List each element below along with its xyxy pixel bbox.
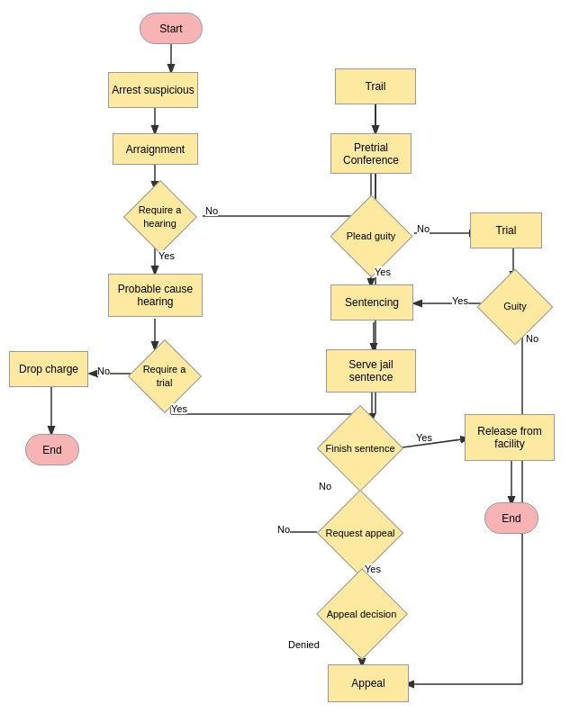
- finish-sentence-no-label: No: [319, 481, 331, 492]
- pretrial-node: Pretrial Conference: [330, 133, 412, 174]
- flowchart-canvas: Start Arrest suspicious Arraignment Requ…: [0, 0, 588, 713]
- plead-guilty-no-label: No: [417, 223, 430, 234]
- request-appeal-label: Request appeal: [324, 527, 396, 539]
- appeal-decision-diamond: Appeal decision: [310, 580, 413, 648]
- drop-charge-label: Drop charge: [19, 363, 78, 375]
- finish-sentence-yes-label: Yes: [416, 432, 432, 443]
- arraignment-node: Arraignment: [113, 133, 198, 165]
- trail-label: Trail: [366, 80, 386, 93]
- arrest-label: Arrest suspicious: [112, 84, 194, 96]
- require-trial-no-label: No: [97, 366, 110, 376]
- request-appeal-diamond: Request appeal: [311, 501, 410, 565]
- require-trial-label: Require a trial: [135, 363, 194, 389]
- require-hearing-label: Require a hearing: [129, 203, 192, 230]
- require-trial-diamond: Require a trial: [126, 347, 203, 405]
- plead-guilty-label: Plead guity: [338, 230, 405, 242]
- serve-jail-label: Serve jail sentence: [327, 358, 415, 384]
- end1-label: End: [42, 444, 61, 456]
- guilty-no-label: No: [526, 333, 538, 344]
- require-hearing-diamond: Require a hearing: [117, 187, 203, 246]
- sentencing-node: Sentencing: [330, 284, 413, 320]
- end2-node: End: [484, 502, 538, 534]
- pretrial-label: Pretrial Conference: [331, 141, 411, 167]
- guilty-yes-label: Yes: [452, 295, 468, 306]
- trial-label: Trial: [496, 224, 517, 237]
- end2-label: End: [502, 512, 520, 525]
- guilty-diamond: Guity: [475, 277, 555, 336]
- end1-node: End: [25, 434, 79, 465]
- appeal-decision-label: Appeal decision: [323, 608, 400, 620]
- plead-guilty-diamond: Plead guity: [327, 205, 415, 266]
- finish-sentence-label: Finish sentence: [324, 442, 396, 455]
- probable-cause-label: Probable cause hearing: [109, 283, 202, 308]
- arrest-node: Arrest suspicious: [108, 72, 198, 108]
- probable-cause-node: Probable cause hearing: [108, 274, 203, 317]
- require-hearing-no-label: No: [205, 205, 218, 216]
- request-appeal-no-label: No: [277, 524, 290, 535]
- sentencing-label: Sentencing: [345, 296, 399, 309]
- svg-line-22: [403, 438, 468, 447]
- trial-node: Trial: [470, 212, 542, 248]
- appeal-denied-label: Denied: [288, 639, 320, 650]
- release-node: Release from facility: [465, 414, 555, 461]
- require-trial-yes-label: Yes: [171, 403, 187, 414]
- appeal-label: Appeal: [351, 677, 384, 690]
- start-node: Start: [140, 13, 203, 44]
- finish-sentence-diamond: Finish sentence: [311, 416, 410, 481]
- release-label: Release from facility: [466, 425, 554, 450]
- drop-charge-node: Drop charge: [9, 351, 88, 387]
- arraignment-label: Arraignment: [126, 143, 185, 156]
- require-hearing-yes-label: Yes: [158, 250, 175, 261]
- appeal-node: Appeal: [328, 664, 409, 702]
- start-label: Start: [159, 23, 182, 35]
- guilty-label: Guity: [488, 300, 542, 312]
- serve-jail-node: Serve jail sentence: [326, 349, 416, 393]
- trail-node: Trail: [335, 68, 416, 104]
- plead-guilty-yes-label: Yes: [375, 266, 391, 277]
